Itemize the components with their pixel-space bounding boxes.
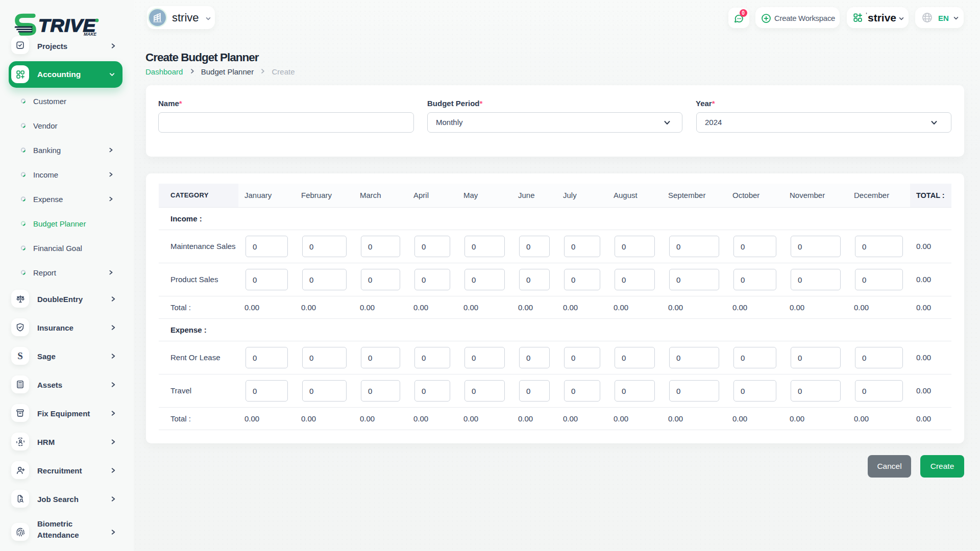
- svg-text:MAKE: MAKE: [84, 32, 96, 37]
